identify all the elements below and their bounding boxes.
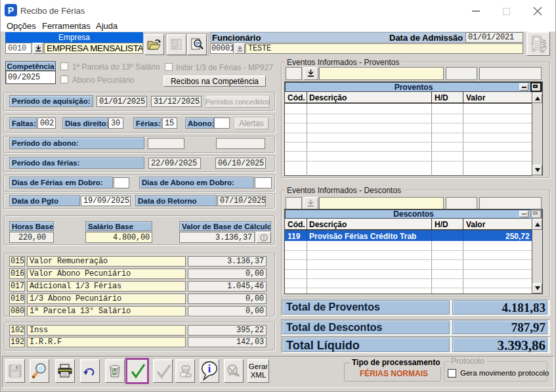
svg-text:i: i [208,363,211,374]
